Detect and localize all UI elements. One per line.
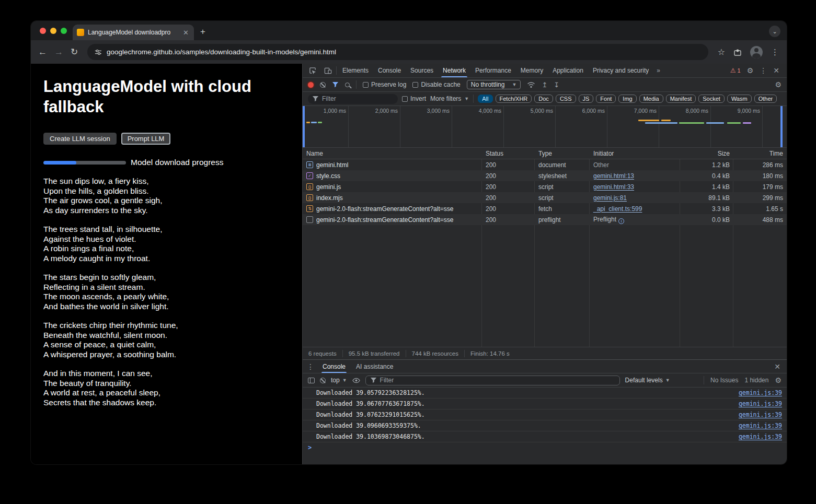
maximize-window-button[interactable] [61,28,67,34]
back-button[interactable]: ← [38,48,47,56]
clear-console-icon[interactable] [320,378,326,383]
preflight-info-icon[interactable]: i [618,218,624,224]
filter-pill-js[interactable]: JS [579,95,594,103]
request-initiator-link[interactable]: gemini.html:13 [593,172,634,180]
console-filter-input[interactable] [380,377,615,384]
log-levels-select[interactable]: Default levels ▼ [625,377,670,384]
filter-pill-doc[interactable]: Doc [534,95,553,103]
log-source-link[interactable]: gemini.js:39 [739,389,782,396]
prompt-llm-button[interactable]: Prompt LLM [121,133,171,145]
profile-avatar[interactable] [750,46,763,58]
console-prompt[interactable]: > [303,442,787,453]
inspect-element-icon[interactable] [306,67,320,75]
throttling-select[interactable]: No throttling ▼ [467,80,521,89]
console-log-row[interactable]: Downloaded 39.0960693359375%. gemini.js:… [303,420,787,431]
clear-network-log-icon[interactable] [320,82,326,88]
new-tab-button[interactable]: + [200,27,205,37]
console-log-row[interactable]: Downloaded 39.07623291015625%. gemini.js… [303,409,787,420]
network-conditions-icon[interactable] [527,81,535,88]
filter-pill-media[interactable]: Media [639,95,663,103]
search-network-icon[interactable] [345,83,350,87]
filter-pill-css[interactable]: CSS [556,95,576,103]
filter-pill-all[interactable]: All [478,95,492,103]
column-header-initiator[interactable]: Initiator [590,150,680,157]
devtools-tab-privacy-security[interactable]: Privacy and security [588,64,653,77]
devtools-tab-console[interactable]: Console [373,64,406,77]
error-count-badge[interactable]: ⚠ 1 [730,67,741,74]
device-toolbar-icon[interactable] [321,67,335,75]
column-header-type[interactable]: Type [535,150,590,157]
record-network-log-icon[interactable] [308,82,314,88]
filter-pill-img[interactable]: Img [618,95,636,103]
drawer-tab-ai-assistance[interactable]: AI assistance [351,360,398,373]
console-log-row[interactable]: Downloaded 39.05792236328125%. gemini.js… [303,388,787,398]
devtools-settings-icon[interactable]: ⚙ [747,67,754,74]
address-bar[interactable] [87,44,708,60]
filter-pill-manifest[interactable]: Manifest [666,95,696,103]
column-header-size[interactable]: Size [680,150,733,157]
overview-right-handle[interactable] [780,106,783,147]
request-initiator-link[interactable]: gemini.html:33 [593,183,634,191]
table-row[interactable]: gemini-2.0-flash:streamGenerateContent?a… [303,214,787,225]
devtools-tab-sources[interactable]: Sources [406,64,438,77]
drawer-tab-console[interactable]: Console [317,360,351,373]
execution-context-select[interactable]: top ▼ [331,377,347,384]
column-header-status[interactable]: Status [482,150,535,157]
drawer-menu-icon[interactable]: ⋮ [307,363,314,370]
console-log-row[interactable]: Downloaded 39.06707763671875%. gemini.js… [303,398,787,409]
devtools-tab-application[interactable]: Application [548,64,588,77]
console-log-row[interactable]: Downloaded 39.10369873046875%. gemini.js… [303,431,787,442]
network-filter-input[interactable] [322,95,394,102]
more-filters-dropdown[interactable]: More filters ▼ [430,95,469,102]
devtools-tab-memory[interactable]: Memory [516,64,548,77]
extensions-icon[interactable] [733,48,742,56]
live-expression-eye-icon[interactable] [352,378,360,383]
devtools-tab-elements[interactable]: Elements [338,64,373,77]
browser-menu-icon[interactable]: ⋮ [771,48,779,57]
log-source-link[interactable]: gemini.js:39 [739,400,782,407]
hidden-messages-count[interactable]: 1 hidden [744,377,768,384]
devtools-close-icon[interactable]: ✕ [773,67,779,74]
network-settings-icon[interactable]: ⚙ [775,81,781,88]
table-row[interactable]: ✓style.css 200 stylesheet gemini.html:13… [303,170,787,181]
bookmark-star-icon[interactable]: ☆ [718,47,725,57]
devtools-tab-performance[interactable]: Performance [470,64,516,77]
url-input[interactable] [107,48,701,56]
preserve-log-checkbox[interactable]: Preserve log [363,81,406,88]
log-source-link[interactable]: gemini.js:39 [739,433,782,440]
close-window-button[interactable] [40,28,46,34]
tab-close-icon[interactable]: ✕ [182,29,190,36]
filter-pill-wasm[interactable]: Wasm [727,95,752,103]
log-source-link[interactable]: gemini.js:39 [739,411,782,418]
overview-left-handle[interactable] [303,106,305,147]
console-sidebar-icon[interactable] [308,378,315,383]
table-row[interactable]: {}index.mjs 200 script gemini.js:81 89.1… [303,192,787,203]
console-settings-icon[interactable]: ⚙ [775,377,781,384]
minimize-window-button[interactable] [50,28,56,34]
column-header-time[interactable]: Time [733,150,787,157]
column-header-name[interactable]: Name [303,150,482,157]
filter-toggle-icon[interactable] [332,81,339,88]
export-har-icon[interactable]: ↧ [554,81,559,88]
network-overview-timeline[interactable]: 1,000 ms 2,000 ms 3,000 ms 4,000 ms 5,00… [303,106,787,148]
reload-button[interactable]: ↻ [71,48,78,56]
drawer-close-icon[interactable]: ✕ [774,363,783,370]
table-row[interactable]: {}gemini.js 200 script gemini.html:33 1.… [303,181,787,192]
devtools-menu-icon[interactable]: ⋮ [760,67,767,74]
filter-pill-socket[interactable]: Socket [698,95,725,103]
log-source-link[interactable]: gemini.js:39 [739,422,782,429]
devtools-tab-network[interactable]: Network [438,64,470,77]
request-initiator-link[interactable]: _api_client.ts:599 [593,205,642,213]
create-llm-session-button[interactable]: Create LLM session [43,133,117,145]
network-filter-input-box[interactable] [308,94,398,104]
issues-status[interactable]: No Issues [710,377,738,384]
filter-pill-other[interactable]: Other [754,95,777,103]
table-row[interactable]: ≣gemini.html 200 document Other 1.2 kB 2… [303,159,787,170]
disable-cache-checkbox[interactable]: Disable cache [412,81,460,88]
more-tabs-icon[interactable]: » [653,67,663,74]
site-settings-icon[interactable] [95,49,102,56]
console-filter-box[interactable] [365,376,620,385]
invert-checkbox[interactable]: Invert [402,95,426,102]
tab-search-button[interactable]: ⌄ [769,26,780,37]
table-row[interactable]: ⇅gemini-2.0-flash:streamGenerateContent?… [303,203,787,214]
